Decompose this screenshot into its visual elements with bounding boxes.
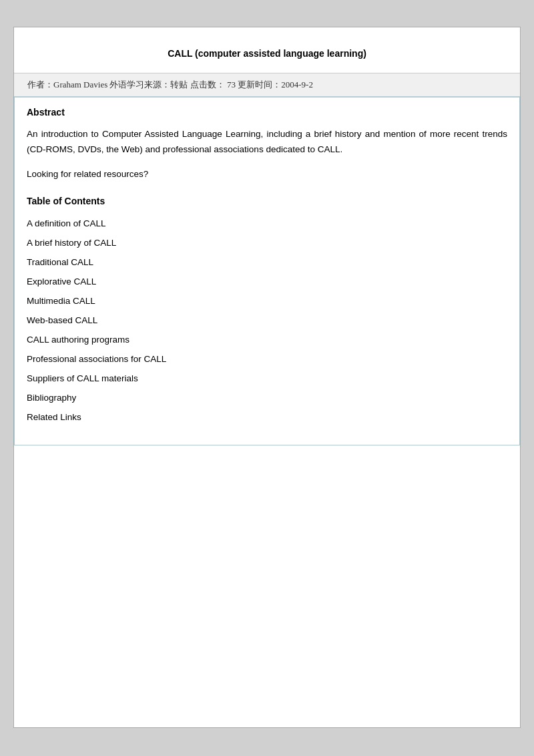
toc-item: Professional associations for CALL — [27, 354, 507, 364]
toc-item: Bibliography — [27, 393, 507, 403]
toc-item: Web-based CALL — [27, 315, 507, 325]
toc-item: Related Links — [27, 412, 507, 422]
toc-item: A brief history of CALL — [27, 238, 507, 248]
page-container: CALL (computer assisted language learnin… — [13, 27, 521, 728]
toc-item: Traditional CALL — [27, 257, 507, 267]
toc-item: Suppliers of CALL materials — [27, 373, 507, 383]
toc-item: Multimedia CALL — [27, 296, 507, 306]
toc-item: Explorative CALL — [27, 276, 507, 287]
meta-section: 作者：Graham Davies 外语学习来源：转贴 点击数： 73 更新时间：… — [14, 73, 520, 97]
page-title: CALL (computer assisted language learnin… — [168, 48, 366, 59]
toc-heading: Table of Contents — [27, 196, 507, 206]
meta-text: 作者：Graham Davies 外语学习来源：转贴 点击数： 73 更新时间：… — [27, 79, 313, 89]
title-section: CALL (computer assisted language learnin… — [14, 27, 520, 73]
abstract-paragraph1: An introduction to Computer Assisted Lan… — [27, 127, 507, 158]
toc-item: CALL authoring programs — [27, 335, 507, 345]
content-section: Abstract An introduction to Computer Ass… — [14, 97, 520, 445]
abstract-heading: Abstract — [27, 107, 507, 118]
toc-list: A definition of CALL A brief history of … — [27, 218, 507, 422]
toc-item: A definition of CALL — [27, 218, 507, 228]
abstract-paragraph2: Looking for related resources? — [27, 167, 507, 182]
